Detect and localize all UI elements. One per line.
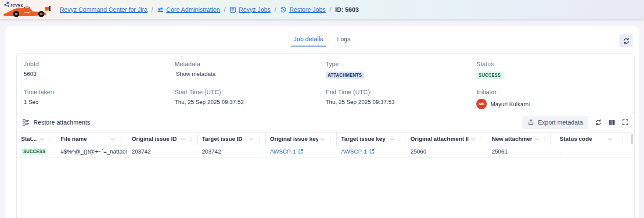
field-jobid: JobId 5603	[24, 61, 175, 79]
column-target-issue-key: Target issue key ⋮	[337, 132, 406, 145]
field-end-time: End Time (UTC): Thu, 25 Sep 2025 09:37:5…	[326, 89, 477, 109]
column-original-attachment-id: Original attachment ID ⋮	[406, 132, 487, 145]
breadcrumb-separator: /	[224, 6, 226, 13]
breadcrumb-app-link[interactable]: Revyz Command Center for Jira	[60, 6, 148, 13]
show-metadata-link[interactable]: Show metadata	[175, 71, 326, 77]
start-time-value: Thu, 25 Sep 2025 09:37:52	[175, 99, 326, 105]
original-issue-key-link[interactable]: AWSCP-1	[270, 148, 303, 155]
external-link-icon	[369, 149, 374, 154]
filter-icon[interactable]	[389, 136, 394, 141]
column-file-name: File name ⋮	[56, 132, 127, 145]
column-label: Original issue ID	[132, 136, 179, 142]
cell-original-attachment-id: 25060	[406, 148, 487, 155]
initiator-user: MK Mayuri Kulkarni	[476, 99, 627, 109]
column-label: Original attachment ID	[410, 136, 468, 142]
column-label: Target issue ID	[202, 136, 247, 142]
field-start-time: Start Time (UTC): Thu, 25 Sep 2025 09:37…	[175, 89, 326, 109]
column-menu-icon[interactable]: ⋮	[396, 136, 403, 141]
breadcrumb-current-id: ID: 5603	[335, 6, 359, 13]
end-time-label: End Time (UTC):	[326, 89, 477, 96]
export-metadata-label: Export metadata	[538, 119, 583, 126]
filter-icon[interactable]	[471, 136, 475, 141]
main-panel: Job details Logs JobId 5603 Metadata Sho…	[5, 26, 639, 218]
avatar: MK	[476, 99, 487, 109]
top-navigation-bar: revyz revyz Revyz Command Center for Jir…	[0, 0, 644, 19]
column-menu-icon[interactable]: ⋮	[256, 136, 263, 141]
type-badge: ATTACHMENTS	[326, 71, 364, 79]
cell-file-name: #$%^@_()!@+~`=_nattachme	[56, 148, 127, 155]
row-status-badge: SUCCESS	[21, 148, 47, 155]
refresh-icon	[622, 37, 630, 45]
breadcrumb-core-administration-link[interactable]: Core Administration	[157, 6, 220, 13]
svg-text:revyz: revyz	[24, 11, 30, 14]
column-menu-icon[interactable]: ⋮	[188, 136, 195, 141]
column-menu-icon[interactable]: ⋮	[541, 136, 548, 141]
table-title: Restore attachments	[22, 119, 90, 126]
type-label: Type	[326, 61, 477, 68]
status-badge: SUCCESS	[476, 71, 503, 79]
history-icon	[280, 7, 287, 13]
filter-icon[interactable]	[534, 136, 539, 141]
field-initiator: Initiator : MK Mayuri Kulkarni	[476, 89, 627, 109]
end-time-value: Thu, 25 Sep 2025 09:37:53	[326, 99, 477, 105]
jobid-value: 5603	[24, 71, 175, 77]
status-label: Status	[476, 61, 627, 68]
initiator-label: Initiator :	[476, 89, 627, 96]
filter-icon[interactable]	[320, 136, 325, 141]
initiator-name: Mayuri Kulkarni	[490, 101, 530, 107]
column-status: Stat... ⋮	[17, 132, 56, 145]
time-taken-label: Time taken	[24, 89, 175, 96]
breadcrumb: Revyz Command Center for Jira / Core Adm…	[60, 6, 359, 13]
cell-status-code: -	[551, 148, 634, 155]
columns-icon	[608, 119, 615, 126]
field-status: Status SUCCESS	[476, 61, 627, 79]
expand-icon	[622, 119, 629, 125]
column-settings-button[interactable]	[608, 119, 615, 126]
revyz-racecar-icon: revyz revyz	[3, 1, 54, 18]
external-link-icon	[298, 149, 303, 154]
jobid-label: JobId	[24, 61, 175, 68]
column-label: Target issue key	[341, 136, 387, 142]
tab-logs[interactable]: Logs	[335, 34, 353, 46]
table-scrollbar[interactable]	[631, 134, 633, 144]
field-metadata: Metadata Show metadata	[175, 61, 326, 79]
column-original-issue-key: Original issue key ⋮	[266, 132, 337, 145]
breadcrumb-separator: /	[151, 6, 153, 13]
filter-icon[interactable]	[249, 136, 254, 141]
table-row[interactable]: SUCCESS #$%^@_()!@+~`=_nattachme 203742 …	[17, 145, 634, 158]
column-label: New attachmen...	[492, 136, 532, 142]
table-refresh-button[interactable]	[595, 119, 602, 126]
cell-status: SUCCESS	[17, 148, 56, 155]
filter-icon[interactable]	[40, 136, 44, 141]
cell-target-issue-id: 203742	[198, 148, 266, 155]
column-menu-icon[interactable]: ⋮	[478, 136, 485, 141]
column-original-issue-id: Original issue ID ⋮	[127, 132, 198, 145]
export-metadata-button[interactable]: Export metadata	[522, 116, 588, 129]
fullscreen-button[interactable]	[622, 119, 629, 125]
table-column-header-row: Stat... ⋮ File name ⋮ Original issue ID …	[17, 132, 634, 145]
filter-icon[interactable]	[181, 136, 186, 141]
breadcrumb-revyz-jobs-link[interactable]: Revyz Jobs	[230, 6, 270, 13]
upload-icon	[528, 119, 534, 125]
column-menu-icon[interactable]: ⋮	[619, 136, 626, 141]
table-title-text: Restore attachments	[33, 119, 90, 126]
detail-list-icon	[22, 119, 29, 126]
column-menu-icon[interactable]: ⋮	[327, 136, 334, 141]
filter-icon[interactable]	[608, 136, 612, 141]
filter-icon[interactable]	[111, 136, 115, 141]
breadcrumb-restore-jobs-link[interactable]: Restore Jobs	[280, 6, 325, 13]
breadcrumb-label: Core Administration	[166, 6, 220, 13]
cell-original-issue-id: 203742	[127, 148, 198, 155]
column-new-attachment-id: New attachmen... ⋮	[487, 132, 551, 145]
cell-new-attachment-id: 25061	[487, 148, 551, 155]
tab-job-details[interactable]: Job details	[291, 34, 326, 46]
column-menu-icon[interactable]: ⋮	[47, 136, 54, 141]
column-label: Status code	[560, 136, 605, 142]
target-issue-key-link[interactable]: AWSCP-1	[341, 148, 374, 155]
page-refresh-button[interactable]	[619, 34, 633, 47]
table-header-bar: Restore attachments Export metadata	[17, 112, 634, 132]
metadata-label: Metadata	[175, 61, 326, 68]
column-label: Original issue key	[270, 136, 318, 142]
breadcrumb-label: Restore Jobs	[289, 6, 325, 13]
column-menu-icon[interactable]: ⋮	[118, 136, 125, 141]
